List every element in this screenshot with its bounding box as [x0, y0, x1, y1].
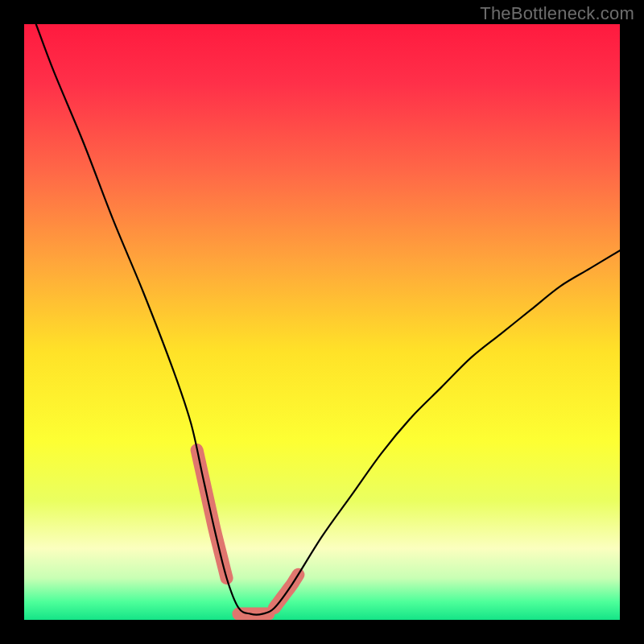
plot-area [24, 24, 620, 620]
chart-frame: TheBottleneck.com [0, 0, 644, 644]
bottleneck-chart [24, 24, 620, 620]
gradient-background [24, 24, 620, 620]
watermark-text: TheBottleneck.com [480, 3, 634, 24]
